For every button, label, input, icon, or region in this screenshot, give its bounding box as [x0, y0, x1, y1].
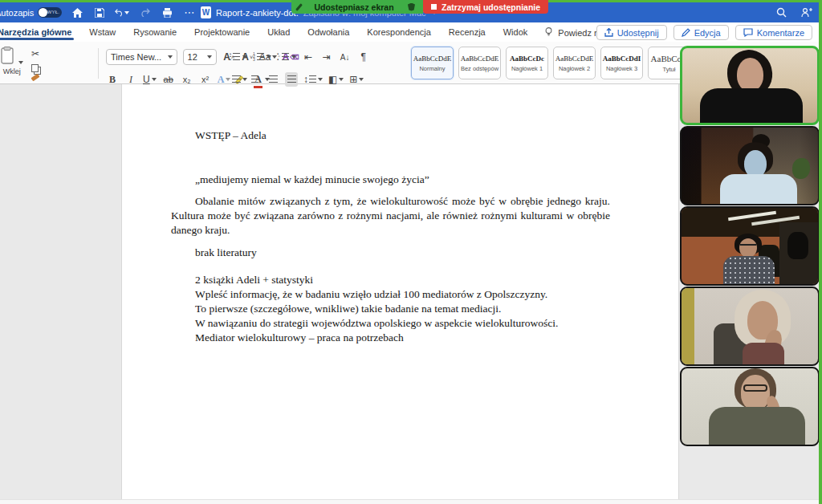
doc-heading: WSTĘP – Adela — [195, 128, 267, 143]
autosave-toggle[interactable]: WYŁ. — [38, 7, 62, 18]
security-shield-icon[interactable] — [408, 3, 415, 11]
bold-button[interactable]: B — [106, 72, 119, 87]
tab-korespondencja[interactable]: Korespondencja — [358, 24, 440, 40]
font-size-select[interactable]: 12 — [183, 49, 218, 65]
shading-button[interactable]: ◧ — [328, 72, 344, 87]
home-icon[interactable] — [70, 6, 84, 20]
numbered-list-button[interactable]: 1 2 3 — [253, 50, 271, 64]
plant — [792, 158, 810, 179]
sort-button[interactable]: A↓ — [339, 50, 352, 64]
participant-video-2[interactable] — [680, 126, 820, 205]
word-doc-icon: W — [201, 6, 211, 18]
more-commands-icon[interactable]: ⋯ — [182, 6, 197, 20]
format-painter-icon[interactable] — [31, 74, 39, 82]
font-size-value: 12 — [188, 52, 197, 62]
participant-video-5[interactable] — [680, 367, 820, 446]
tab-odwolania[interactable]: Odwołania — [299, 24, 358, 40]
doc-list-line: Mediator wielokulturowy – praca na potrz… — [195, 331, 558, 345]
align-right-button[interactable] — [267, 72, 279, 87]
undo-caret — [124, 11, 129, 14]
borders-button[interactable]: ⊞ — [349, 72, 364, 87]
collaborate-icon[interactable] — [800, 6, 814, 20]
glasses — [740, 244, 756, 248]
text-effects-button[interactable]: A — [218, 72, 231, 87]
style-naglowek-3[interactable]: AaBbCcDdI Nagłówek 3 — [600, 47, 643, 79]
avatar — [739, 238, 757, 258]
stop-icon — [431, 4, 437, 10]
clipboard-group: Wklej ✂ — [0, 42, 90, 84]
avatar — [709, 407, 805, 446]
show-formatting-button[interactable]: ¶ — [357, 50, 370, 64]
style-naglowek-1[interactable]: AaBbCcDc Nagłówek 1 — [506, 47, 548, 79]
superscript-button[interactable]: x² — [199, 72, 212, 87]
tab-uklad[interactable]: Układ — [258, 24, 299, 40]
paste-label: Wklej — [0, 67, 23, 75]
screen-share-banner: Udostępniasz ekran Zatrzymaj udostępnian… — [291, 0, 548, 14]
align-center-button[interactable] — [248, 72, 261, 87]
justify-button[interactable] — [285, 72, 298, 87]
save-icon[interactable] — [92, 6, 107, 20]
style-normalny[interactable]: AaBbCcDdE Normalny — [411, 47, 454, 79]
redo-icon[interactable] — [137, 6, 152, 20]
bullet-list-button[interactable]: • • • — [230, 50, 247, 64]
share-button[interactable]: Udostępnij — [596, 25, 667, 40]
copy-icon[interactable] — [31, 64, 39, 72]
paste-button[interactable]: Wklej — [0, 47, 23, 75]
decrease-indent-button[interactable]: ⇤ — [302, 50, 315, 64]
scarf — [743, 343, 784, 366]
subscript-button[interactable]: x₂ — [181, 72, 193, 87]
avatar — [744, 150, 767, 177]
editing-mode-button[interactable]: Edycja — [673, 25, 729, 40]
underline-button[interactable]: U — [143, 72, 157, 87]
style-naglowek-2[interactable]: AaBbCcDdE Nagłówek 2 — [553, 47, 596, 79]
print-icon[interactable] — [160, 6, 174, 20]
share-status: Udostępniasz ekran — [291, 0, 423, 14]
tab-wstaw[interactable]: Wstaw — [80, 24, 124, 40]
document-page[interactable]: WSTĘP – Adela „mediujemy niemal w każdej… — [122, 84, 678, 499]
screen-share-border-right — [819, 0, 822, 504]
stop-share-button[interactable]: Zatrzymaj udostępnianie — [423, 0, 548, 14]
doc-paragraph: Obalanie mitów związanych z tym, że wiel… — [171, 194, 610, 238]
comments-button-label: Komentarze — [757, 28, 804, 38]
multilevel-list-button[interactable]: ▪ ▫ ▪ — [277, 50, 296, 64]
font-family-value: Times New... — [111, 52, 161, 62]
doc-note: brak literatury — [195, 246, 257, 260]
align-left-button[interactable] — [230, 72, 242, 87]
editing-button-label: Edycja — [694, 28, 721, 38]
video-panel — [680, 46, 820, 446]
italic-button[interactable]: I — [124, 72, 137, 87]
doc-list-line: Wpleść informację, że w badaniu wzięło u… — [195, 287, 558, 302]
tab-rysowanie[interactable]: Rysowanie — [124, 24, 185, 40]
tab-recenzja[interactable]: Recenzja — [440, 24, 494, 40]
style-bez-odstepow[interactable]: AaBbCcDdE Bez odstępów — [458, 47, 501, 79]
participant-video-1[interactable] — [680, 46, 820, 125]
ribbon-tabs: Narzędzia główne Wstaw Rysowanie Projekt… — [0, 24, 612, 41]
tab-widok[interactable]: Widok — [494, 24, 537, 40]
stop-share-label: Zatrzymaj udostępnianie — [442, 2, 540, 12]
share-button-label: Udostępnij — [617, 28, 659, 38]
ribbon-tab-row: Narzędzia główne Wstaw Rysowanie Projekt… — [0, 22, 822, 42]
undo-icon[interactable] — [115, 6, 129, 20]
tab-narzedzia-glowne[interactable]: Narzędzia główne — [0, 24, 80, 40]
search-icon[interactable] — [774, 6, 788, 20]
autosave-control[interactable]: Autozapis WYŁ. — [0, 7, 62, 18]
paste-caret[interactable] — [18, 61, 23, 64]
font-family-select[interactable]: Times New... — [106, 49, 177, 65]
annotation-pencil-icon[interactable] — [295, 3, 303, 11]
ribbon-action-buttons: Udostępnij Edycja Komentarze — [596, 25, 812, 40]
styles-gallery: AaBbCcDdE Normalny AaBbCcDdE Bez odstępó… — [411, 47, 690, 79]
cut-icon[interactable]: ✂ — [29, 47, 42, 61]
strikethrough-button[interactable]: ab — [162, 72, 175, 87]
line-spacing-button[interactable]: ↕ — [303, 72, 323, 87]
increase-indent-button[interactable]: ⇥ — [320, 50, 333, 64]
doc-list-line: W nawiązaniu do strategii województwa op… — [195, 316, 558, 331]
doc-list-line: 2 książki Adeli + statystyki — [195, 273, 558, 287]
autosave-label: Autozapis — [0, 8, 34, 18]
participant-video-3[interactable] — [680, 206, 820, 286]
autosave-state: WYŁ. — [47, 10, 59, 14]
avatar — [741, 375, 770, 410]
tab-projektowanie[interactable]: Projektowanie — [185, 24, 258, 40]
doc-quote: „mediujemy niemal w każdej minucie swoje… — [195, 173, 429, 187]
participant-video-4[interactable] — [680, 287, 820, 366]
comments-button[interactable]: Komentarze — [735, 25, 812, 40]
